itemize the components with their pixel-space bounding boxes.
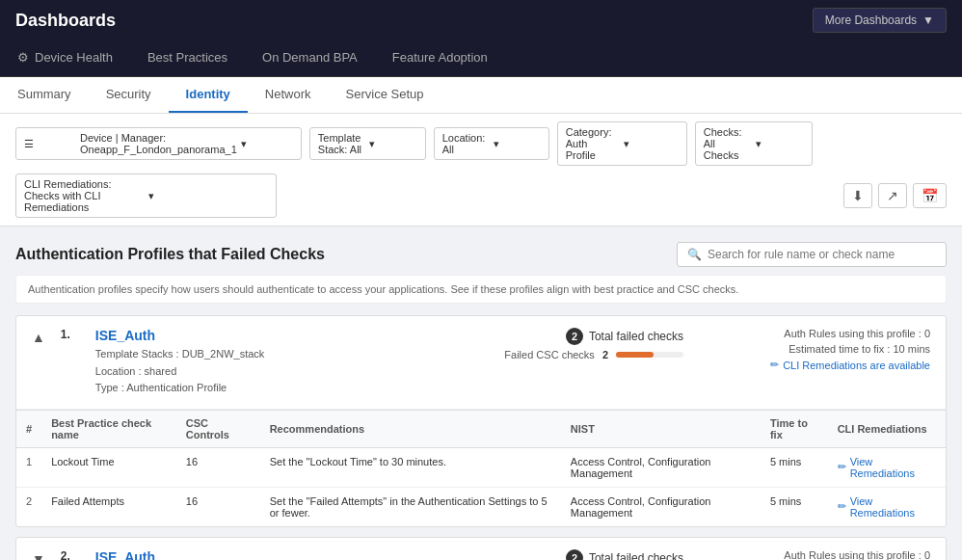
check-num-0-1: 2 bbox=[16, 487, 41, 526]
section-description: Authentication profiles specify how user… bbox=[15, 275, 947, 304]
share-button[interactable]: ↗ bbox=[878, 183, 907, 208]
profile-stats-1: 2 Total failed checks Failed CSC checks … bbox=[491, 549, 683, 560]
csc-controls-0-1: 16 bbox=[176, 487, 260, 526]
main-nav: ⚙ Device Health Best Practices On Demand… bbox=[0, 40, 962, 77]
total-failed-count-1: 2 bbox=[566, 549, 583, 560]
filter-action-icons: ⬇ ↗ 📅 bbox=[843, 183, 947, 208]
total-failed-1: 2 Total failed checks bbox=[566, 549, 683, 560]
progress-bar-0 bbox=[616, 352, 654, 358]
pen-icon-0-0: ✏ bbox=[838, 461, 846, 473]
csc-controls-0-0: 16 bbox=[176, 447, 260, 487]
search-icon: 🔍 bbox=[687, 248, 702, 261]
pen-icon-0-1: ✏ bbox=[838, 500, 846, 513]
main-content: Authentication Profiles that Failed Chec… bbox=[0, 227, 962, 560]
profile-toggle-1[interactable]: ▼ bbox=[32, 551, 45, 560]
top-bar: Dashboards More Dashboards ▼ bbox=[0, 0, 962, 40]
profile-num-1: 2. bbox=[61, 549, 80, 560]
profile-template: Template Stacks : DUB_2NW_stack bbox=[95, 346, 475, 363]
tab-feature-adoption[interactable]: Feature Adoption bbox=[375, 40, 505, 76]
total-failed-label-1: Total failed checks bbox=[589, 551, 683, 560]
recommendation-0-1: Set the "Failed Attempts" in the Authent… bbox=[260, 487, 561, 526]
col-check-name: Best Practice check name bbox=[41, 410, 176, 447]
download-button[interactable]: ⬇ bbox=[843, 183, 872, 208]
table-row: 2 Failed Attempts 16 Set the "Failed Att… bbox=[16, 487, 946, 526]
table-body-0: 1 Lockout Time 16 Set the "Lockout Time"… bbox=[16, 447, 946, 526]
chevron-down-icon: ▾ bbox=[494, 138, 541, 150]
tab-best-practices[interactable]: Best Practices bbox=[130, 40, 245, 76]
time-to-fix-0-1: 5 mins bbox=[761, 487, 828, 526]
profile-header-0: ▲ 1. ISE_Auth Template Stacks : DUB_2NW_… bbox=[16, 316, 946, 410]
profile-toggle-0[interactable]: ▲ bbox=[32, 330, 45, 345]
app-title: Dashboards bbox=[15, 11, 116, 31]
calendar-button[interactable]: 📅 bbox=[913, 183, 947, 208]
chevron-down-icon: ▾ bbox=[369, 138, 416, 150]
pen-icon-0: ✏ bbox=[770, 359, 779, 371]
check-num-0-0: 1 bbox=[16, 447, 41, 487]
table-header-row: # Best Practice check name CSC Controls … bbox=[16, 410, 946, 447]
tab-on-demand-bpa[interactable]: On Demand BPA bbox=[245, 40, 375, 76]
col-num: # bbox=[16, 410, 41, 447]
chevron-down-icon: ▾ bbox=[241, 138, 293, 150]
filter-location[interactable]: Location: All ▾ bbox=[434, 127, 549, 160]
section-title: Authentication Profiles that Failed Chec… bbox=[15, 246, 325, 263]
profile-stats-0: 2 Total failed checks Failed CSC checks … bbox=[491, 328, 683, 360]
profile-name-0: ISE_Auth bbox=[95, 328, 475, 343]
subnav-service-setup[interactable]: Service Setup bbox=[329, 77, 441, 113]
filter-bar: ☰ Device | Manager: Oneapp_F_London_pano… bbox=[0, 114, 962, 227]
profile-card-0: ▲ 1. ISE_Auth Template Stacks : DUB_2NW_… bbox=[15, 315, 947, 527]
more-dashboards-button[interactable]: More Dashboards ▼ bbox=[813, 8, 947, 33]
nist-0-1: Access Control, Configuration Management bbox=[561, 487, 761, 526]
failed-csc-count-0: 2 bbox=[602, 349, 608, 360]
col-recommendations: Recommendations bbox=[260, 410, 561, 447]
profile-card-1: ▼ 2. ISE_Auth Template Stacks : SYD_stac… bbox=[15, 537, 947, 560]
time-to-fix-0-0: 5 mins bbox=[761, 447, 828, 487]
table-row: 1 Lockout Time 16 Set the "Lockout Time"… bbox=[16, 447, 946, 487]
view-rem-link-0-1[interactable]: ✏ View Remediations bbox=[838, 495, 936, 519]
chevron-down-icon: ▾ bbox=[624, 138, 679, 150]
cli-rem-link-0[interactable]: ✏ CLI Remediations are available bbox=[770, 359, 930, 371]
profiles-container: ▲ 1. ISE_Auth Template Stacks : DUB_2NW_… bbox=[15, 315, 947, 560]
filter-device[interactable]: ☰ Device | Manager: Oneapp_F_London_pano… bbox=[15, 127, 302, 160]
profile-type: Type : Authentication Profile bbox=[95, 380, 475, 397]
profile-remediation-0: Auth Rules using this profile : 0 Estima… bbox=[699, 328, 930, 371]
profile-remediation-1: Auth Rules using this profile : 0 Estima… bbox=[699, 549, 930, 560]
search-input[interactable] bbox=[708, 248, 936, 261]
subnav-security[interactable]: Security bbox=[89, 77, 169, 113]
nist-0-0: Access Control, Configuration Management bbox=[561, 447, 761, 487]
profile-num-0: 1. bbox=[61, 328, 80, 341]
chevron-down-icon: ▾ bbox=[148, 190, 269, 202]
filter-template-stack[interactable]: Template Stack: All ▾ bbox=[309, 127, 426, 160]
cli-rem-label-0: CLI Remediations are available bbox=[783, 360, 930, 371]
filter-cli-remediations[interactable]: CLI Remediations: Checks with CLI Remedi… bbox=[15, 173, 277, 218]
chevron-down-icon: ▼ bbox=[922, 13, 934, 27]
total-failed-label-0: Total failed checks bbox=[589, 330, 683, 343]
sub-nav: Summary Security Identity Network Servic… bbox=[0, 77, 962, 114]
profile-info-1: ISE_Auth Template Stacks : SYD_stackLoca… bbox=[95, 549, 475, 560]
subnav-identity[interactable]: Identity bbox=[169, 77, 248, 113]
profile-info-0: ISE_Auth Template Stacks : DUB_2NW_stack… bbox=[95, 328, 475, 397]
section-header: Authentication Profiles that Failed Chec… bbox=[15, 242, 947, 267]
check-name-0-1: Failed Attempts bbox=[41, 487, 176, 526]
subnav-summary[interactable]: Summary bbox=[0, 77, 89, 113]
total-failed-count-0: 2 bbox=[566, 328, 583, 345]
col-csc-controls: CSC Controls bbox=[176, 410, 260, 447]
estimated-time-text-0: Estimated time to fix : 10 mins bbox=[788, 343, 930, 355]
filter-category[interactable]: Category: Auth Profile ▾ bbox=[557, 121, 687, 166]
tab-device-health[interactable]: ⚙ Device Health bbox=[0, 40, 130, 76]
profile-detail-0: Template Stacks : DUB_2NW_stackLocation … bbox=[95, 346, 475, 397]
device-health-icon: ⚙ bbox=[17, 50, 29, 65]
chevron-down-icon: ▾ bbox=[756, 138, 804, 150]
auth-rules-text-0: Auth Rules using this profile : 0 bbox=[784, 328, 930, 339]
failed-csc-label-0: Failed CSC checks bbox=[504, 349, 595, 360]
view-rem-cell-0-1: ✏ View Remediations bbox=[828, 487, 946, 526]
subnav-network[interactable]: Network bbox=[248, 77, 329, 113]
failed-csc-section-0: Failed CSC checks 2 bbox=[504, 349, 683, 360]
profile-name-1: ISE_Auth bbox=[95, 549, 475, 560]
filter-checks[interactable]: Checks: All Checks ▾ bbox=[695, 121, 813, 166]
more-dashboards-label: More Dashboards bbox=[825, 13, 917, 27]
view-rem-link-0-0[interactable]: ✏ View Remediations bbox=[838, 456, 936, 479]
view-rem-cell-0-0: ✏ View Remediations bbox=[828, 447, 946, 487]
recommendation-0-0: Set the "Lockout Time" to 30 minutes. bbox=[260, 447, 561, 487]
filter-icon: ☰ bbox=[24, 138, 76, 150]
profile-header-1: ▼ 2. ISE_Auth Template Stacks : SYD_stac… bbox=[16, 538, 946, 560]
